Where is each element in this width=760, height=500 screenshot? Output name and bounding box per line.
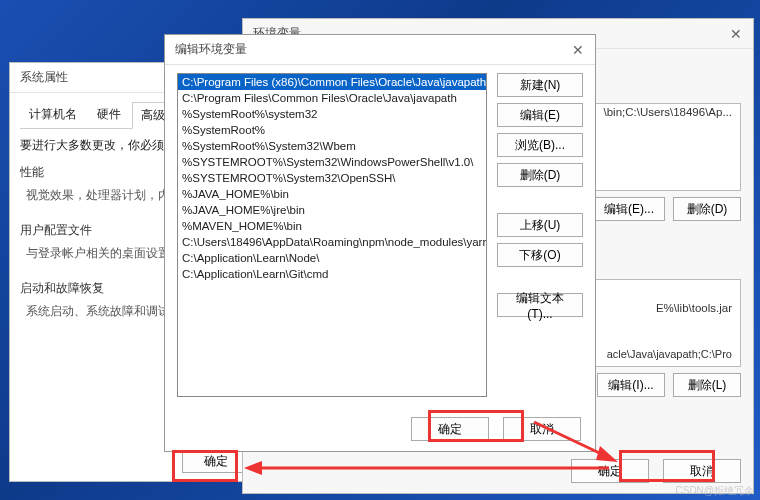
- path-item[interactable]: %SystemRoot%\system32: [178, 106, 486, 122]
- tab-hardware[interactable]: 硬件: [88, 101, 130, 128]
- close-icon[interactable]: ✕: [569, 41, 587, 59]
- tab-computer-name[interactable]: 计算机名: [20, 101, 86, 128]
- edit-edit-button[interactable]: 编辑(E): [497, 103, 583, 127]
- system-properties-title: 系统属性: [20, 69, 68, 86]
- path-item[interactable]: C:\Program Files\Common Files\Oracle\Jav…: [178, 90, 486, 106]
- user-delete-button[interactable]: 删除(D): [673, 197, 741, 221]
- path-item[interactable]: C:\Users\18496\AppData\Roaming\npm\node_…: [178, 234, 486, 250]
- path-item[interactable]: %SystemRoot%: [178, 122, 486, 138]
- path-item[interactable]: %JAVA_HOME%\bin: [178, 186, 486, 202]
- close-icon[interactable]: ✕: [727, 25, 745, 43]
- edit-env-var-dialog: 编辑环境变量 ✕ C:\Program Files (x86)\Common F…: [164, 34, 596, 452]
- edit-moveup-button[interactable]: 上移(U): [497, 213, 583, 237]
- path-item[interactable]: C:\Application\Learn\Node\: [178, 250, 486, 266]
- path-item[interactable]: %SYSTEMROOT%\System32\OpenSSH\: [178, 170, 486, 186]
- env-cancel-button[interactable]: 取消: [663, 459, 741, 483]
- path-item[interactable]: C:\Program Files (x86)\Common Files\Orac…: [178, 74, 486, 90]
- sys-ok-button[interactable]: 确定: [182, 449, 250, 473]
- path-item[interactable]: %JAVA_HOME%\jre\bin: [178, 202, 486, 218]
- sys-delete-button[interactable]: 删除(L): [673, 373, 741, 397]
- edit-browse-button[interactable]: 浏览(B)...: [497, 133, 583, 157]
- edit-delete-button[interactable]: 删除(D): [497, 163, 583, 187]
- edit-text-button[interactable]: 编辑文本(T)...: [497, 293, 583, 317]
- env-ok-button[interactable]: 确定: [571, 459, 649, 483]
- edit-movedown-button[interactable]: 下移(O): [497, 243, 583, 267]
- path-item[interactable]: C:\Application\Learn\Git\cmd: [178, 266, 486, 282]
- edit-new-button[interactable]: 新建(N): [497, 73, 583, 97]
- path-item[interactable]: %MAVEN_HOME%\bin: [178, 218, 486, 234]
- sys-edit-button[interactable]: 编辑(I)...: [597, 373, 665, 397]
- edit-env-title: 编辑环境变量: [175, 41, 247, 58]
- path-listbox[interactable]: C:\Program Files (x86)\Common Files\Orac…: [177, 73, 487, 397]
- path-item[interactable]: %SYSTEMROOT%\System32\WindowsPowerShell\…: [178, 154, 486, 170]
- watermark: CSDN@拒绝冗余: [676, 484, 755, 498]
- edit-ok-button[interactable]: 确定: [411, 417, 489, 441]
- path-item[interactable]: %SystemRoot%\System32\Wbem: [178, 138, 486, 154]
- user-edit-button[interactable]: 编辑(E)...: [593, 197, 665, 221]
- edit-cancel-button[interactable]: 取消: [503, 417, 581, 441]
- edit-env-titlebar: 编辑环境变量 ✕: [165, 35, 595, 65]
